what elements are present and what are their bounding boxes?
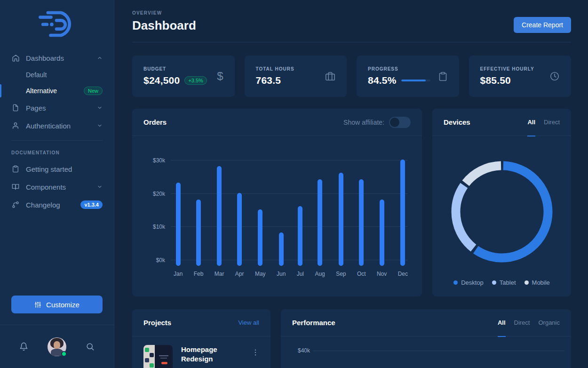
legend-dot xyxy=(453,280,458,285)
legend-label: Mobile xyxy=(532,279,550,286)
sidebar-item-changelog[interactable]: Changelog v1.3.4 xyxy=(11,196,103,214)
chevron-down-icon xyxy=(97,123,103,128)
performance-line xyxy=(281,336,571,368)
chevron-up-icon xyxy=(97,55,103,61)
projects-card-header: Projects View all xyxy=(132,309,270,336)
app-logo[interactable] xyxy=(0,0,114,46)
sidebar-item-label: Getting started xyxy=(26,165,72,173)
stat-card-budget: BUDGET $24,500 +3.5% $ xyxy=(132,56,235,97)
orders-bar xyxy=(279,232,284,266)
legend-item-tablet: Tablet xyxy=(492,279,516,286)
orders-title: Orders xyxy=(143,118,167,126)
online-status-dot xyxy=(61,351,67,357)
sidebar-item-components[interactable]: Components xyxy=(11,178,103,196)
notifications-button[interactable] xyxy=(19,342,28,351)
customize-button-label: Customize xyxy=(46,301,79,309)
sidebar-subitem-alternative[interactable]: Alternative New xyxy=(11,83,103,99)
legend-item-mobile: Mobile xyxy=(524,279,550,286)
git-branch-icon xyxy=(11,201,20,208)
show-affiliate-toggle[interactable] xyxy=(389,117,411,128)
sliders-icon xyxy=(34,301,41,308)
sidebar-item-authentication[interactable]: Authentication xyxy=(11,117,103,135)
stat-card-effective-hourly: EFFECTIVE HOURLY $85.50 xyxy=(469,56,572,97)
devices-chart: DesktopTabletMobile xyxy=(432,136,571,296)
sidebar-item-label: Dashboards xyxy=(26,54,64,62)
bell-icon xyxy=(19,342,28,351)
main-content: OVERVIEW Dashboard Create Report BUDGET … xyxy=(114,0,588,368)
create-report-button[interactable]: Create Report xyxy=(514,17,571,33)
sidebar-subitem-default[interactable]: Default xyxy=(11,67,103,83)
x-axis-label: Feb xyxy=(194,271,204,278)
avatar[interactable] xyxy=(48,337,66,356)
performance-tabs: All Direct Organic xyxy=(498,309,560,336)
x-axis-label: Sep xyxy=(336,271,346,278)
stat-card-progress: PROGRESS 84.5% xyxy=(357,56,459,97)
kebab-menu-icon[interactable]: ⋮ xyxy=(252,345,259,356)
charts-row: Orders Show affiliate: $0k$10k$20k$30kJa… xyxy=(132,109,571,296)
new-badge: New xyxy=(84,87,103,95)
sidebar-item-label: Components xyxy=(26,183,66,191)
page-header: OVERVIEW Dashboard Create Report xyxy=(132,0,571,33)
performance-tab-organic[interactable]: Organic xyxy=(538,309,560,336)
stat-value: $24,500 xyxy=(143,75,180,86)
dollar-icon: $ xyxy=(217,70,223,83)
orders-bar xyxy=(318,179,322,266)
devices-tab-direct[interactable]: Direct xyxy=(544,109,560,136)
performance-tab-direct[interactable]: Direct xyxy=(514,309,530,336)
stat-value: $85.50 xyxy=(480,75,511,86)
projects-title: Projects xyxy=(143,319,171,327)
chevron-down-icon xyxy=(97,184,103,190)
orders-card-header: Orders Show affiliate: xyxy=(132,109,422,136)
app-root: Dashboards Default Alternative New Pages xyxy=(0,0,588,368)
active-indicator xyxy=(0,84,1,97)
clipboard-icon xyxy=(438,72,448,81)
orders-bar xyxy=(237,193,242,266)
sidebar-item-label: Changelog xyxy=(26,201,60,209)
x-axis-label: Mar xyxy=(215,271,224,278)
stat-label: BUDGET xyxy=(143,66,217,72)
docs-section-heading: DOCUMENTATION xyxy=(0,146,114,157)
x-axis-label: Jan xyxy=(174,271,183,278)
customize-button[interactable]: Customize xyxy=(11,296,103,313)
x-axis-label: Oct xyxy=(357,271,366,278)
progress-bar xyxy=(401,80,430,81)
sidebar-item-dashboards[interactable]: Dashboards xyxy=(11,49,103,67)
sidebar-footer xyxy=(0,325,114,368)
chevron-down-icon xyxy=(97,105,103,111)
projects-card: Projects View all Homepage Redesign ⋮ xyxy=(132,309,270,368)
clock-icon xyxy=(549,71,560,81)
search-button[interactable] xyxy=(86,342,95,351)
legend-item-desktop: Desktop xyxy=(453,279,484,286)
devices-card-header: Devices All Direct xyxy=(432,109,571,136)
sidebar-subitem-label: Default xyxy=(26,71,47,79)
x-axis-label: May xyxy=(255,271,266,278)
customize-wrap: Customize xyxy=(0,296,114,325)
sidebar: Dashboards Default Alternative New Pages xyxy=(0,0,114,368)
x-axis-label: Nov xyxy=(377,271,387,278)
clipboard-icon xyxy=(11,165,20,173)
devices-legend: DesktopTabletMobile xyxy=(453,279,550,286)
sidebar-item-getting-started[interactable]: Getting started xyxy=(11,160,103,178)
home-icon xyxy=(11,54,20,62)
view-all-link[interactable]: View all xyxy=(238,319,259,326)
x-axis-label: Jun xyxy=(277,271,286,278)
stat-value: 84.5% xyxy=(368,75,397,86)
sidebar-nav: Dashboards Default Alternative New Pages xyxy=(0,46,114,135)
performance-tab-all[interactable]: All xyxy=(498,309,506,336)
devices-card: Devices All Direct DesktopTabletMobile xyxy=(432,109,571,296)
performance-card-header: Performance All Direct Organic xyxy=(281,309,571,336)
file-icon xyxy=(11,104,20,112)
performance-chart: $40k xyxy=(281,336,571,368)
show-affiliate-label: Show affiliate: xyxy=(343,119,384,126)
version-badge: v1.3.4 xyxy=(80,200,103,209)
sidebar-item-pages[interactable]: Pages xyxy=(11,99,103,117)
sidebar-item-label: Pages xyxy=(26,104,46,112)
orders-bar xyxy=(258,209,262,266)
search-icon xyxy=(86,342,95,351)
devices-tab-all[interactable]: All xyxy=(527,109,535,136)
sidebar-spacer xyxy=(0,214,114,296)
orders-bar xyxy=(217,166,222,266)
project-list-item[interactable]: Homepage Redesign ⋮ xyxy=(132,336,270,368)
trend-badge: +3.5% xyxy=(184,76,207,85)
sidebar-subitem-label: Alternative xyxy=(26,87,57,95)
